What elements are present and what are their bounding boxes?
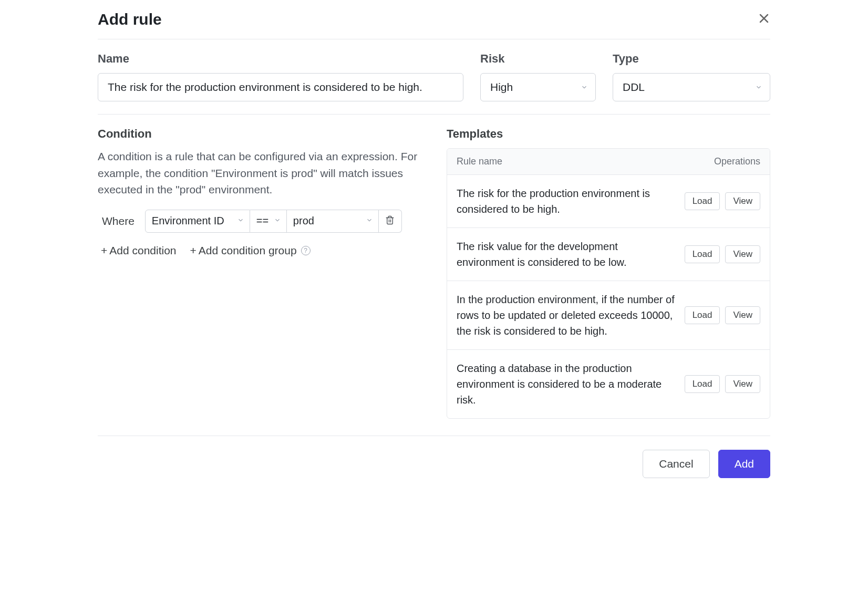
condition-section: Condition A condition is a rule that can… (98, 127, 421, 257)
risk-select-value: High (490, 81, 513, 94)
type-label: Type (613, 52, 770, 66)
plus-icon: + (190, 244, 197, 257)
risk-label: Risk (480, 52, 596, 66)
template-operations: Load View (685, 245, 760, 263)
cancel-button[interactable]: Cancel (643, 450, 709, 478)
condition-title: Condition (98, 127, 421, 141)
add-condition-label: Add condition (109, 244, 176, 257)
add-button[interactable]: Add (718, 450, 770, 478)
type-select-value: DDL (623, 81, 645, 94)
template-operations: Load View (685, 375, 760, 393)
template-rule-name: The risk value for the development envir… (457, 239, 678, 270)
templates-title: Templates (447, 127, 770, 141)
chevron-down-icon (581, 81, 588, 94)
condition-add-actions: + Add condition + Add condition group ? (98, 244, 421, 257)
template-rule-name: Creating a database in the production en… (457, 360, 678, 408)
risk-select[interactable]: High (480, 73, 596, 101)
table-row: The risk value for the development envir… (447, 228, 770, 281)
chevron-down-icon (237, 216, 244, 225)
templates-table-header: Rule name Operations (447, 149, 770, 175)
add-condition-group-label: Add condition group (199, 244, 297, 257)
delete-condition-button[interactable] (379, 210, 402, 233)
template-operations: Load View (685, 306, 760, 324)
condition-field-select[interactable]: Environment ID (145, 210, 250, 233)
condition-builder: Where Environment ID == prod (98, 210, 421, 233)
condition-description: A condition is a rule that can be config… (98, 148, 421, 198)
condition-operator-value: == (256, 215, 268, 227)
condition-value-select[interactable]: prod (287, 210, 379, 233)
template-operations: Load View (685, 192, 760, 210)
chevron-down-icon (274, 216, 281, 225)
name-label: Name (98, 52, 463, 66)
trash-icon (385, 215, 395, 227)
condition-operator-select[interactable]: == (250, 210, 287, 233)
load-button[interactable]: Load (685, 192, 720, 210)
close-icon[interactable] (758, 12, 770, 27)
column-rule-name: Rule name (457, 156, 687, 167)
field-type: Type DDL (613, 52, 770, 101)
where-label: Where (98, 215, 145, 227)
add-condition-button[interactable]: + Add condition (101, 244, 177, 257)
plus-icon: + (101, 244, 107, 257)
view-button[interactable]: View (725, 192, 760, 210)
load-button[interactable]: Load (685, 375, 720, 393)
dialog-header: Add rule (98, 11, 770, 39)
type-select[interactable]: DDL (613, 73, 770, 101)
help-icon[interactable]: ? (301, 246, 311, 255)
view-button[interactable]: View (725, 375, 760, 393)
view-button[interactable]: View (725, 306, 760, 324)
dialog-footer: Cancel Add (98, 436, 770, 478)
add-condition-group-button[interactable]: + Add condition group ? (190, 244, 311, 257)
name-input[interactable] (98, 73, 463, 101)
dialog-title: Add rule (98, 11, 162, 28)
view-button[interactable]: View (725, 245, 760, 263)
field-risk: Risk High (480, 52, 596, 101)
chevron-down-icon (755, 81, 762, 94)
templates-table: Rule name Operations The risk for the pr… (447, 148, 770, 419)
table-row: In the production environment, if the nu… (447, 281, 770, 350)
load-button[interactable]: Load (685, 245, 720, 263)
add-rule-dialog: Add rule Name Risk High Type DDL (98, 11, 770, 478)
form-row-top: Name Risk High Type DDL (98, 39, 770, 114)
chevron-down-icon (366, 216, 373, 225)
condition-value-value: prod (293, 215, 314, 227)
load-button[interactable]: Load (685, 306, 720, 324)
field-name: Name (98, 52, 463, 101)
template-rule-name: In the production environment, if the nu… (457, 292, 678, 339)
template-rule-name: The risk for the production environment … (457, 185, 678, 217)
templates-section: Templates Rule name Operations The risk … (447, 127, 770, 419)
table-row: Creating a database in the production en… (447, 350, 770, 418)
content-row: Condition A condition is a rule that can… (98, 115, 770, 436)
table-row: The risk for the production environment … (447, 175, 770, 228)
column-operations: Operations (687, 156, 760, 167)
condition-field-value: Environment ID (152, 215, 224, 227)
